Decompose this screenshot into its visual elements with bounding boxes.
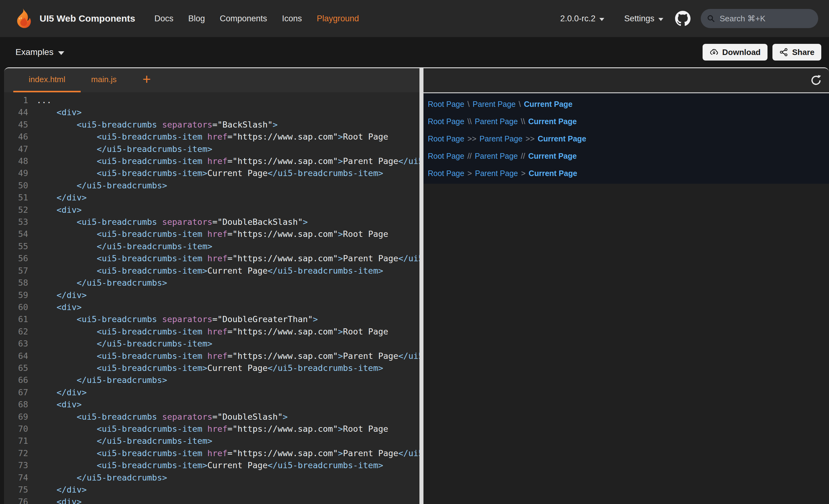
breadcrumb-current: Current Page (538, 134, 586, 143)
code-line: 47 </ui5-breadcrumbs-item> (4, 143, 420, 155)
line-number: 59 (4, 289, 28, 301)
breadcrumb-separator: >> (526, 134, 534, 143)
examples-menu-button[interactable]: Examples (15, 47, 64, 57)
code-text: </div> (36, 483, 87, 496)
code-line: 68 <div> (4, 398, 420, 411)
line-number: 44 (4, 106, 28, 118)
code-line: 55 </ui5-breadcrumbs-item> (4, 240, 420, 252)
code-line: 73 <ui5-breadcrumbs-item>Current Page</u… (4, 459, 420, 471)
code-text: <div> (36, 106, 82, 118)
breadcrumb-separator: // (521, 152, 525, 161)
code-line: 72 <ui5-breadcrumbs-item href="https://w… (4, 447, 420, 459)
code-line: 1... (4, 94, 420, 106)
breadcrumb-link[interactable]: Root Page (428, 100, 464, 109)
line-number: 66 (4, 374, 28, 386)
code-text: </ui5-breadcrumbs> (36, 472, 167, 483)
line-number: 60 (4, 301, 28, 313)
settings-menu[interactable]: Settings (624, 14, 663, 24)
code-line: 75 </div> (4, 483, 420, 496)
share-button[interactable]: Share (772, 44, 821, 61)
line-number: 49 (4, 167, 28, 179)
code-text: <div> (36, 204, 82, 216)
code-line: 69 <ui5-breadcrumbs separators="DoubleSl… (4, 411, 420, 423)
code-text: <div> (36, 301, 82, 313)
nav-link-blog[interactable]: Blog (188, 14, 205, 24)
pane-splitter[interactable] (420, 68, 424, 504)
code-text: </ui5-breadcrumbs-item> (36, 240, 212, 252)
app: UI5 Web Components DocsBlogComponentsIco… (0, 0, 829, 504)
code-line: 62 <ui5-breadcrumbs-item href="https://w… (4, 325, 420, 338)
breadcrumb-link[interactable]: Parent Page (479, 134, 522, 143)
code-editor-pane: index.htmlmain.js + 1...44 <div>45 <ui5-… (4, 68, 420, 504)
code-text: </ui5-breadcrumbs-item> (36, 143, 212, 155)
breadcrumb-separator: \ (467, 100, 470, 109)
code-line: 53 <ui5-breadcrumbs separators="DoubleBa… (4, 216, 420, 228)
code-text: <ui5-breadcrumbs-item>Current Page</ui5-… (36, 265, 383, 277)
code-line: 49 <ui5-breadcrumbs-item>Current Page</u… (4, 167, 420, 179)
breadcrumb-link[interactable]: Root Page (428, 152, 464, 161)
new-tab-button[interactable]: + (143, 68, 151, 92)
editor-tab-main.js[interactable]: main.js (81, 68, 127, 92)
code-line: 46 <ui5-breadcrumbs-item href="https://w… (4, 131, 420, 143)
github-icon[interactable] (675, 11, 690, 26)
line-number: 64 (4, 350, 28, 362)
line-number: 63 (4, 338, 28, 350)
line-number: 45 (4, 119, 28, 131)
breadcrumb-row: Root Page>>Parent Page>>Current Page (428, 130, 829, 147)
nav-link-playground[interactable]: Playground (317, 14, 359, 24)
line-number: 48 (4, 155, 28, 167)
examples-toolbar: Examples Download Shar (0, 37, 829, 67)
breadcrumb-link[interactable]: Parent Page (475, 152, 518, 161)
code-text: </ui5-breadcrumbs> (36, 277, 167, 289)
line-number: 56 (4, 252, 28, 264)
brand-title[interactable]: UI5 Web Components (40, 13, 135, 24)
examples-label: Examples (15, 47, 53, 57)
code-text: <ui5-breadcrumbs-item href="https://www.… (36, 350, 420, 362)
line-number: 68 (4, 398, 28, 411)
nav-link-docs[interactable]: Docs (154, 14, 173, 24)
search-icon (707, 14, 715, 23)
playground-window: index.htmlmain.js + 1...44 <div>45 <ui5-… (4, 67, 829, 504)
code-line: 76 <div> (4, 496, 420, 504)
download-label: Download (722, 47, 761, 57)
nav-link-components[interactable]: Components (220, 14, 267, 24)
breadcrumb-row: Root Page\Parent Page\Current Page (428, 95, 829, 113)
version-selector[interactable]: 2.0.0-rc.2 (560, 14, 604, 24)
code-text: </div> (36, 191, 87, 203)
download-button[interactable]: Download (702, 44, 767, 61)
editor-tab-index.html[interactable]: index.html (13, 68, 81, 92)
breadcrumb-link[interactable]: Parent Page (475, 169, 518, 178)
line-number: 76 (4, 496, 28, 504)
chevron-down-icon (58, 51, 64, 55)
code-line: 60 <div> (4, 301, 420, 313)
nav-link-icons[interactable]: Icons (282, 14, 302, 24)
code-text: <ui5-breadcrumbs-item href="https://www.… (36, 155, 420, 167)
search-input[interactable] (719, 13, 812, 24)
code-line: 71 </ui5-breadcrumbs-item> (4, 435, 420, 447)
line-number: 58 (4, 277, 28, 289)
breadcrumb-link[interactable]: Root Page (428, 134, 464, 143)
breadcrumb-link[interactable]: Root Page (428, 117, 464, 126)
breadcrumb-link[interactable]: Root Page (428, 169, 464, 178)
code-line: 65 <ui5-breadcrumbs-item>Current Page</u… (4, 362, 420, 374)
breadcrumb-link[interactable]: Parent Page (475, 117, 518, 126)
code-text: <div> (36, 398, 82, 411)
code-line: 54 <ui5-breadcrumbs-item href="https://w… (4, 228, 420, 240)
code-text: <ui5-breadcrumbs separators="DoubleGreat… (36, 313, 318, 325)
ui5-logo-icon[interactable] (12, 8, 33, 29)
breadcrumb-link[interactable]: Parent Page (473, 100, 515, 109)
breadcrumb-separator: // (467, 152, 472, 161)
code-editor[interactable]: 1...44 <div>45 <ui5-breadcrumbs separato… (4, 92, 420, 504)
preview-toolbar (424, 68, 829, 93)
code-text: <ui5-breadcrumbs-item>Current Page</ui5-… (36, 459, 383, 471)
refresh-button[interactable] (810, 74, 822, 86)
breadcrumb-current: Current Page (528, 152, 577, 161)
breadcrumb-current: Current Page (529, 169, 577, 178)
search-box[interactable] (701, 9, 818, 28)
line-number: 72 (4, 447, 28, 459)
chevron-down-icon (658, 18, 663, 21)
code-text: </ui5-breadcrumbs-item> (36, 435, 212, 447)
line-number: 62 (4, 325, 28, 338)
line-number: 55 (4, 240, 28, 252)
code-line: 64 <ui5-breadcrumbs-item href="https://w… (4, 350, 420, 362)
